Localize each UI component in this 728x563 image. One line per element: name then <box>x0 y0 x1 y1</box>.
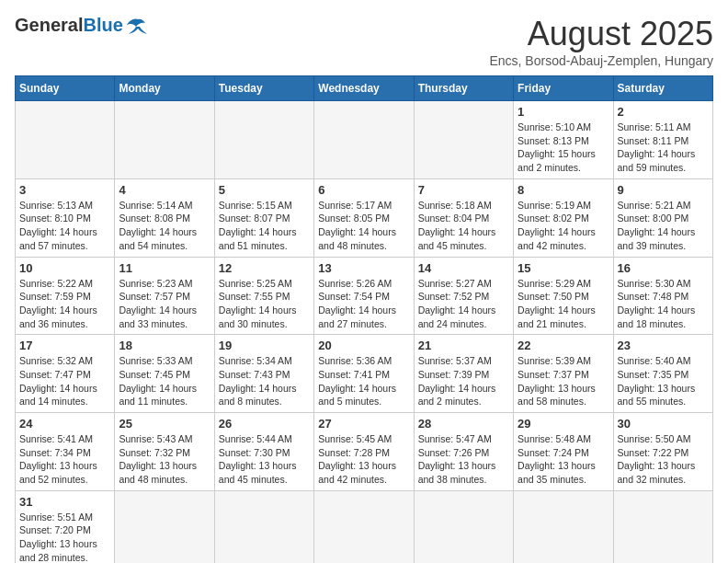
calendar-cell: 6Sunrise: 5:17 AMSunset: 8:05 PMDaylight… <box>314 178 414 257</box>
calendar-week-row: 31Sunrise: 5:51 AMSunset: 7:20 PMDayligh… <box>16 490 713 563</box>
calendar-cell: 20Sunrise: 5:36 AMSunset: 7:41 PMDayligh… <box>314 335 414 413</box>
day-number: 6 <box>318 183 409 197</box>
calendar-cell: 17Sunrise: 5:32 AMSunset: 7:47 PMDayligh… <box>16 335 115 413</box>
weekday-header-tuesday: Tuesday <box>214 76 313 101</box>
day-number: 16 <box>618 261 709 275</box>
day-number: 3 <box>19 183 110 197</box>
day-number: 31 <box>19 495 110 509</box>
calendar-cell: 14Sunrise: 5:27 AMSunset: 7:52 PMDayligh… <box>414 257 513 335</box>
calendar-cell: 11Sunrise: 5:23 AMSunset: 7:57 PMDayligh… <box>115 257 214 335</box>
day-info: Sunrise: 5:22 AMSunset: 7:59 PMDaylight:… <box>19 277 110 331</box>
logo-general-text: General <box>15 15 83 36</box>
calendar-cell: 26Sunrise: 5:44 AMSunset: 7:30 PMDayligh… <box>214 413 313 491</box>
calendar-week-row: 17Sunrise: 5:32 AMSunset: 7:47 PMDayligh… <box>16 335 713 413</box>
calendar-cell <box>414 490 513 563</box>
weekday-header-monday: Monday <box>115 76 214 101</box>
day-number: 23 <box>618 339 709 352</box>
day-info: Sunrise: 5:27 AMSunset: 7:52 PMDaylight:… <box>418 277 509 331</box>
calendar-cell: 15Sunrise: 5:29 AMSunset: 7:50 PMDayligh… <box>514 257 613 335</box>
calendar-table: SundayMondayTuesdayWednesdayThursdayFrid… <box>15 75 713 563</box>
day-info: Sunrise: 5:48 AMSunset: 7:24 PMDaylight:… <box>518 432 609 487</box>
day-info: Sunrise: 5:14 AMSunset: 8:08 PMDaylight:… <box>119 199 210 253</box>
day-number: 21 <box>418 339 509 352</box>
day-info: Sunrise: 5:11 AMSunset: 8:11 PMDaylight:… <box>618 121 709 175</box>
day-info: Sunrise: 5:29 AMSunset: 7:50 PMDaylight:… <box>518 277 609 331</box>
day-info: Sunrise: 5:18 AMSunset: 8:04 PMDaylight:… <box>418 199 509 253</box>
weekday-header-row: SundayMondayTuesdayWednesdayThursdayFrid… <box>16 76 713 101</box>
day-info: Sunrise: 5:44 AMSunset: 7:30 PMDaylight:… <box>219 432 310 487</box>
day-number: 29 <box>518 417 609 431</box>
day-info: Sunrise: 5:36 AMSunset: 7:41 PMDaylight:… <box>318 354 409 408</box>
logo-bird-icon <box>125 16 151 36</box>
weekday-header-saturday: Saturday <box>613 76 712 101</box>
day-info: Sunrise: 5:45 AMSunset: 7:28 PMDaylight:… <box>318 432 409 487</box>
day-info: Sunrise: 5:43 AMSunset: 7:32 PMDaylight:… <box>119 432 210 487</box>
day-number: 26 <box>219 417 310 431</box>
calendar-cell: 28Sunrise: 5:47 AMSunset: 7:26 PMDayligh… <box>414 413 513 491</box>
day-info: Sunrise: 5:26 AMSunset: 7:54 PMDaylight:… <box>318 277 409 331</box>
day-number: 28 <box>418 417 509 431</box>
calendar-cell: 12Sunrise: 5:25 AMSunset: 7:55 PMDayligh… <box>214 257 313 335</box>
calendar-week-row: 3Sunrise: 5:13 AMSunset: 8:10 PMDaylight… <box>16 178 713 257</box>
calendar-cell: 7Sunrise: 5:18 AMSunset: 8:04 PMDaylight… <box>414 178 513 257</box>
day-number: 25 <box>119 417 210 431</box>
day-number: 7 <box>418 183 509 197</box>
calendar-cell <box>214 101 313 179</box>
day-number: 1 <box>518 105 609 119</box>
day-info: Sunrise: 5:25 AMSunset: 7:55 PMDaylight:… <box>219 277 310 331</box>
location-subtitle: Encs, Borsod-Abauj-Zemplen, Hungary <box>489 53 713 68</box>
day-info: Sunrise: 5:30 AMSunset: 7:48 PMDaylight:… <box>618 277 709 331</box>
calendar-cell: 9Sunrise: 5:21 AMSunset: 8:00 PMDaylight… <box>613 178 712 257</box>
calendar-cell: 2Sunrise: 5:11 AMSunset: 8:11 PMDaylight… <box>613 101 712 179</box>
day-info: Sunrise: 5:21 AMSunset: 8:00 PMDaylight:… <box>618 199 709 253</box>
day-number: 14 <box>418 261 509 275</box>
calendar-cell: 19Sunrise: 5:34 AMSunset: 7:43 PMDayligh… <box>214 335 313 413</box>
day-number: 24 <box>19 417 110 431</box>
day-number: 4 <box>119 183 210 197</box>
day-number: 17 <box>19 339 110 352</box>
day-number: 19 <box>219 339 310 352</box>
day-info: Sunrise: 5:37 AMSunset: 7:39 PMDaylight:… <box>418 354 509 408</box>
day-info: Sunrise: 5:19 AMSunset: 8:02 PMDaylight:… <box>518 199 609 253</box>
day-number: 15 <box>518 261 609 275</box>
day-number: 5 <box>219 183 310 197</box>
day-info: Sunrise: 5:33 AMSunset: 7:45 PMDaylight:… <box>119 354 210 408</box>
day-info: Sunrise: 5:50 AMSunset: 7:22 PMDaylight:… <box>618 432 709 487</box>
calendar-week-row: 1Sunrise: 5:10 AMSunset: 8:13 PMDaylight… <box>16 101 713 179</box>
weekday-header-sunday: Sunday <box>16 76 115 101</box>
calendar-cell: 24Sunrise: 5:41 AMSunset: 7:34 PMDayligh… <box>16 413 115 491</box>
calendar-cell <box>214 490 313 563</box>
day-info: Sunrise: 5:10 AMSunset: 8:13 PMDaylight:… <box>518 121 609 175</box>
day-info: Sunrise: 5:34 AMSunset: 7:43 PMDaylight:… <box>219 354 310 408</box>
day-info: Sunrise: 5:41 AMSunset: 7:34 PMDaylight:… <box>19 432 110 487</box>
calendar-cell <box>115 490 214 563</box>
calendar-cell: 13Sunrise: 5:26 AMSunset: 7:54 PMDayligh… <box>314 257 414 335</box>
calendar-cell <box>16 101 115 179</box>
day-info: Sunrise: 5:17 AMSunset: 8:05 PMDaylight:… <box>318 199 409 253</box>
calendar-cell: 25Sunrise: 5:43 AMSunset: 7:32 PMDayligh… <box>115 413 214 491</box>
calendar-cell: 5Sunrise: 5:15 AMSunset: 8:07 PMDaylight… <box>214 178 313 257</box>
day-info: Sunrise: 5:23 AMSunset: 7:57 PMDaylight:… <box>119 277 210 331</box>
calendar-cell: 23Sunrise: 5:40 AMSunset: 7:35 PMDayligh… <box>613 335 712 413</box>
month-title: August 2025 <box>489 15 713 53</box>
calendar-cell: 22Sunrise: 5:39 AMSunset: 7:37 PMDayligh… <box>514 335 613 413</box>
day-number: 22 <box>518 339 609 352</box>
day-number: 13 <box>318 261 409 275</box>
day-info: Sunrise: 5:15 AMSunset: 8:07 PMDaylight:… <box>219 199 310 253</box>
calendar-cell: 31Sunrise: 5:51 AMSunset: 7:20 PMDayligh… <box>16 490 115 563</box>
calendar-cell: 3Sunrise: 5:13 AMSunset: 8:10 PMDaylight… <box>16 178 115 257</box>
calendar-cell: 21Sunrise: 5:37 AMSunset: 7:39 PMDayligh… <box>414 335 513 413</box>
day-info: Sunrise: 5:32 AMSunset: 7:47 PMDaylight:… <box>19 354 110 408</box>
calendar-cell: 16Sunrise: 5:30 AMSunset: 7:48 PMDayligh… <box>613 257 712 335</box>
logo: General Blue <box>15 15 151 36</box>
day-number: 2 <box>618 105 709 119</box>
calendar-cell: 18Sunrise: 5:33 AMSunset: 7:45 PMDayligh… <box>115 335 214 413</box>
calendar-cell <box>514 490 613 563</box>
calendar-cell: 29Sunrise: 5:48 AMSunset: 7:24 PMDayligh… <box>514 413 613 491</box>
calendar-cell <box>314 101 414 179</box>
day-info: Sunrise: 5:39 AMSunset: 7:37 PMDaylight:… <box>518 354 609 408</box>
logo-blue-text: Blue <box>83 15 122 36</box>
calendar-week-row: 24Sunrise: 5:41 AMSunset: 7:34 PMDayligh… <box>16 413 713 491</box>
title-area: August 2025 Encs, Borsod-Abauj-Zemplen, … <box>489 15 713 68</box>
day-info: Sunrise: 5:47 AMSunset: 7:26 PMDaylight:… <box>418 432 509 487</box>
